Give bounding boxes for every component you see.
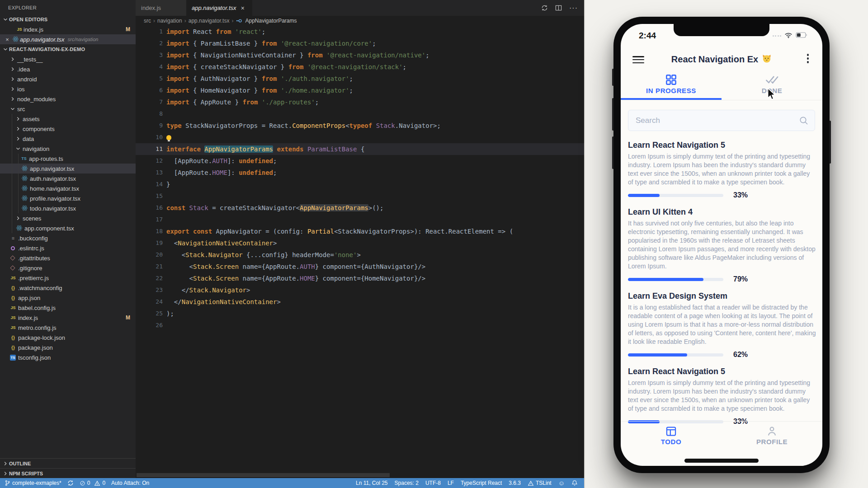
tree-item--buckconfig[interactable]: ≡.buckconfig [0, 233, 136, 243]
code-line[interactable]: 20 <Stack.Navigator {...config} headerMo… [136, 249, 584, 261]
tree-item--idea[interactable]: .idea [0, 64, 136, 74]
tree-item-components[interactable]: components [0, 124, 136, 134]
sync-icon[interactable] [541, 5, 548, 11]
code-line[interactable]: 11interface AppNavigatorParams extends P… [136, 143, 584, 155]
tree-item-todo-navigator-tsx[interactable]: todo.navigator.tsx [0, 203, 136, 213]
tree-item--eslintrc-js[interactable]: .eslintrc.js [0, 243, 136, 253]
code-line[interactable]: 9type StackNavigatorProps = React.Compon… [136, 120, 584, 131]
line-number: 15 [136, 190, 163, 202]
bottom-tab-profile[interactable]: PROFILE [722, 422, 822, 453]
tab-index-js[interactable]: index.js [136, 0, 186, 16]
tree-item--prettierrc-js[interactable]: JS.prettierrc.js [0, 273, 136, 283]
tree-item-babel-config-js[interactable]: JSbabel.config.js [0, 303, 136, 313]
code-line[interactable]: 19 <NavigationNativeContainer> [136, 237, 584, 249]
code-line[interactable]: 13 [AppRoute.HOME]: undefined; [136, 167, 584, 178]
todo-card[interactable]: Learn React Navigation 5Lorem Ipsum is s… [628, 141, 816, 199]
workspace-header[interactable]: REACT-NAVIGATION-EX-DEMO [0, 44, 136, 54]
tree-item-navigation[interactable]: navigation [0, 144, 136, 154]
eol-indicator[interactable]: LF [448, 480, 454, 486]
tree-item-auth-navigator-tsx[interactable]: auth.navigator.tsx [0, 174, 136, 183]
close-icon[interactable]: × [4, 36, 11, 43]
code-line[interactable]: 16const Stack = createStackNavigator<App… [136, 202, 584, 214]
split-editor-icon[interactable] [555, 5, 562, 11]
code-line[interactable]: 24 </NavigationNativeContainer> [136, 296, 584, 308]
code-line[interactable]: 2import { ParamListBase } from '@react-n… [136, 38, 584, 49]
bottom-tab-todo[interactable]: TODO [621, 422, 722, 453]
more-actions-icon[interactable]: ··· [569, 4, 578, 12]
horizontal-scrollbar[interactable] [137, 473, 390, 477]
code-line[interactable]: 26 [136, 319, 584, 331]
notifications-bell-icon[interactable] [571, 480, 578, 486]
ts-version[interactable]: 3.6.3 [509, 480, 521, 486]
tree-item-node-modules[interactable]: node_modules [0, 94, 136, 104]
code-line[interactable]: 14} [136, 178, 584, 190]
tree-item--watchmanconfig[interactable]: {}.watchmanconfig [0, 283, 136, 293]
close-icon[interactable]: × [241, 5, 245, 12]
lightbulb-icon[interactable] [166, 135, 171, 140]
tab-app-navigator[interactable]: app.navigator.tsx × [186, 0, 252, 16]
home-indicator[interactable] [684, 459, 759, 463]
todo-card[interactable]: Learn React Navigation 5Lorem Ipsum is s… [628, 367, 816, 426]
code-line[interactable]: 10 [136, 131, 584, 143]
feedback-smiley-icon[interactable]: ☺ [558, 479, 565, 487]
problems-indicator[interactable]: 0 0 [80, 480, 105, 486]
tree-item-app-routes-ts[interactable]: TSapp-routes.ts [0, 154, 136, 164]
code-line[interactable]: 8 [136, 108, 584, 120]
code-line[interactable]: 6import { HomeNavigator } from './home.n… [136, 84, 584, 96]
tab-in-progress[interactable]: IN PROGRESS [621, 69, 722, 101]
code-line[interactable]: 5import { AuthNavigator } from './auth.n… [136, 73, 584, 84]
npm-scripts-section[interactable]: NPM SCRIPTS [0, 468, 136, 478]
code-line[interactable]: 18export const AppNavigator = (config: P… [136, 225, 584, 237]
overflow-menu-icon[interactable] [807, 54, 809, 65]
tslint-indicator[interactable]: TSLint [528, 480, 552, 486]
code-line[interactable]: 23 </Stack.Navigator> [136, 284, 584, 296]
breadcrumb[interactable]: src› navigation› app.navigator.tsx› AppN… [136, 16, 584, 26]
tree-item-scenes[interactable]: scenes [0, 213, 136, 223]
tree-item--gitattributes[interactable]: .gitattributes [0, 253, 136, 263]
code-line[interactable]: 1import React from 'react'; [136, 26, 584, 38]
explorer-sidebar: EXPLORER OPEN EDITORS JS index.js M × ap… [0, 0, 136, 478]
code-line[interactable]: 21 <Stack.Screen name={AppRoute.AUTH} co… [136, 261, 584, 272]
git-branch-indicator[interactable]: complete-exmaples* [5, 480, 61, 486]
indentation-indicator[interactable]: Spaces: 2 [395, 480, 419, 486]
language-mode[interactable]: TypeScript React [461, 480, 502, 486]
tree-item-ios[interactable]: ios [0, 84, 136, 94]
code-line[interactable]: 25); [136, 308, 584, 319]
tree-item-package-lock-json[interactable]: {}package-lock.json [0, 333, 136, 343]
todo-card[interactable]: Learn Eva Design SystemIt is a long esta… [628, 291, 816, 359]
tree-item-index-js[interactable]: JSindex.jsM [0, 313, 136, 323]
tree-item-tsconfig-json[interactable]: TStsconfig.json [0, 352, 136, 362]
code-line[interactable]: 4import { createStackNavigator } from '@… [136, 61, 584, 73]
tree-item-app-component-tsx[interactable]: app.component.tsx [0, 223, 136, 233]
tree-item-package-json[interactable]: {}package.json [0, 343, 136, 352]
tree-item-data[interactable]: data [0, 134, 136, 144]
tree-item-android[interactable]: android [0, 74, 136, 84]
code-line[interactable]: 15 [136, 190, 584, 202]
cursor-position[interactable]: Ln 11, Col 25 [356, 480, 388, 486]
tree-item-home-navigator-tsx[interactable]: home.navigator.tsx [0, 183, 136, 193]
tree-item-src[interactable]: src [0, 104, 136, 114]
outline-section[interactable]: OUTLINE [0, 458, 136, 468]
auto-attach-indicator[interactable]: Auto Attach: On [111, 480, 149, 486]
open-editors-header[interactable]: OPEN EDITORS [0, 14, 136, 24]
tree-item-app-json[interactable]: {}app.json [0, 293, 136, 303]
code-line[interactable]: 7import { AppRoute } from './app-routes'… [136, 96, 584, 108]
todo-card[interactable]: Learn UI Kitten 4It has survived not onl… [628, 207, 816, 283]
tree-item-profile-navigator-tsx[interactable]: profile.navigator.tsx [0, 193, 136, 203]
tree-item--gitignore[interactable]: .gitignore [0, 263, 136, 273]
search-input[interactable] [636, 110, 789, 131]
sync-icon[interactable] [67, 480, 74, 486]
code-line[interactable]: 3import { NavigationNativeContainer } fr… [136, 49, 584, 61]
open-editor-app-navigator[interactable]: × app.navigator.tsx src/navigation [0, 34, 136, 44]
tree-item-metro-config-js[interactable]: JSmetro.config.js [0, 323, 136, 333]
code-line[interactable]: 22 <Stack.Screen name={AppRoute.HOME} co… [136, 272, 584, 284]
open-editor-index-js[interactable]: JS index.js M [0, 24, 136, 34]
encoding-indicator[interactable]: UTF-8 [425, 480, 441, 486]
search-field[interactable] [628, 110, 815, 131]
tree-item-app-navigator-tsx[interactable]: app.navigator.tsx [0, 164, 136, 174]
tree-item-assets[interactable]: assets [0, 114, 136, 124]
code-area[interactable]: 1import React from 'react';2import { Par… [136, 26, 584, 478]
code-line[interactable]: 12 [AppRoute.AUTH]: undefined; [136, 155, 584, 167]
code-line[interactable]: 17 [136, 214, 584, 225]
tree-item--tests-[interactable]: __tests__ [0, 54, 136, 64]
